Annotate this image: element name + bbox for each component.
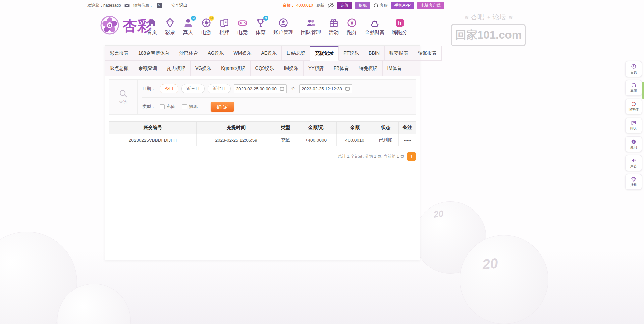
quick-today-button[interactable]: 今日 bbox=[160, 84, 178, 93]
balance-label: 余额： bbox=[283, 3, 295, 8]
col-header-id: 账变编号 bbox=[109, 122, 197, 134]
tab-vg[interactable]: VG娱乐 bbox=[191, 61, 216, 76]
service-link[interactable]: 客服 bbox=[380, 3, 388, 8]
col-header-amount: 金额/元 bbox=[295, 122, 337, 134]
eye-slash-icon[interactable] bbox=[328, 3, 334, 8]
side-item-sound[interactable]: 声音 bbox=[625, 155, 642, 171]
nav-item-sports[interactable]: N 体育 bbox=[255, 17, 266, 36]
hot-badge: H bbox=[209, 16, 214, 21]
date-from-input[interactable]: 2023-02-25 00:00:00 bbox=[234, 84, 287, 93]
tab-balance-query[interactable]: 余额查询 bbox=[133, 61, 162, 76]
tab-188-sport[interactable]: 188金宝博体育 bbox=[133, 46, 174, 61]
watermark-left: 杏吧 bbox=[471, 13, 484, 22]
confirm-button[interactable]: 确 定 bbox=[211, 102, 234, 112]
tab-transfer-report[interactable]: 转账报表 bbox=[413, 46, 442, 61]
mail-icon[interactable] bbox=[124, 3, 130, 8]
mobile-app-button[interactable]: 手机APP bbox=[391, 2, 414, 9]
edit-icon[interactable]: ✎ bbox=[157, 3, 162, 8]
reserved-info-label: 预留信息： bbox=[133, 3, 153, 8]
tab-ae[interactable]: AE娱乐 bbox=[256, 46, 282, 61]
gem-icon bbox=[631, 177, 636, 182]
recharge-button[interactable]: 充值 bbox=[337, 2, 352, 9]
quick-3days-button[interactable]: 近三日 bbox=[181, 84, 205, 93]
table-header-row: 账变编号 充提时间 类型 金额/元 余额 状态 备注 bbox=[109, 122, 416, 134]
checkbox-icon[interactable] bbox=[182, 104, 187, 109]
cell-balance: 400.0010 bbox=[337, 134, 373, 146]
balance-value: 400.0010 bbox=[296, 3, 313, 8]
tab-fb-sport[interactable]: FB体育 bbox=[329, 61, 354, 76]
nav-item-wealth[interactable]: 金鼎财富 bbox=[365, 17, 385, 36]
watermark: ≋ 杏吧 ✦ 论坛 ≋ 回家101.com bbox=[451, 13, 526, 46]
side-item-home[interactable]: 首页 bbox=[625, 61, 642, 77]
scrollbar-thumb[interactable] bbox=[642, 82, 644, 99]
nav-item-hi-paofen[interactable]: h 嗨跑分 bbox=[392, 17, 407, 36]
nav-item-boardgames[interactable]: 棋牌 bbox=[219, 17, 230, 36]
tab-im[interactable]: IM娱乐 bbox=[279, 61, 304, 76]
tab-row-filler bbox=[407, 61, 420, 76]
cell-time: 2023-02-25 12:06:59 bbox=[196, 134, 276, 146]
tab-yy-board[interactable]: YY棋牌 bbox=[304, 61, 329, 76]
nav-item-live[interactable]: N 真人 bbox=[183, 17, 194, 36]
nav-item-egames[interactable]: H 电游 bbox=[201, 17, 212, 36]
tab-account-change-report[interactable]: 账变报表 bbox=[385, 46, 413, 61]
watermark-right: 论坛 bbox=[493, 13, 506, 22]
nav-item-lottery[interactable]: 彩票 bbox=[165, 17, 175, 36]
nav-item-esports[interactable]: 电竞 bbox=[237, 17, 248, 36]
nav-item-home[interactable]: 首页 bbox=[147, 17, 157, 36]
withdraw-button[interactable]: 提现 bbox=[355, 2, 370, 9]
new-badge: N bbox=[191, 16, 196, 21]
cell-amount: +400.0000 bbox=[295, 134, 337, 146]
quick-7days-button[interactable]: 近七日 bbox=[208, 84, 231, 93]
topbar: 欢迎您，hadesado 预留信息： ✎ 安全退出 余额： 400.0010 刷… bbox=[0, 0, 644, 11]
tab-wali-board[interactable]: 瓦力棋牌 bbox=[162, 61, 191, 76]
col-header-type: 类型 bbox=[276, 122, 295, 134]
diamond-decoration-icon: ✦ bbox=[487, 15, 490, 20]
type-withdraw-checkbox[interactable]: 提现 bbox=[182, 104, 198, 110]
side-item-im-recharge[interactable]: IM充值 bbox=[625, 99, 642, 114]
im-recharge-icon bbox=[631, 101, 636, 107]
tab-daily-summary[interactable]: 日结总览 bbox=[282, 46, 310, 61]
question-icon: ! bbox=[631, 139, 636, 144]
pc-client-button[interactable]: 电脑客户端 bbox=[417, 2, 444, 9]
refresh-link[interactable]: 刷新 bbox=[316, 3, 324, 8]
esports-icon bbox=[237, 17, 248, 28]
page-1-button[interactable]: 1 bbox=[407, 152, 416, 161]
tab-cq9[interactable]: CQ9娱乐 bbox=[251, 61, 279, 76]
decor-number: 20 bbox=[482, 255, 499, 273]
calendar-icon[interactable] bbox=[280, 86, 284, 91]
tab-recharge-withdraw-record[interactable]: 充提记录 bbox=[310, 46, 339, 61]
svg-text:!: ! bbox=[633, 140, 634, 143]
nav-item-team[interactable]: 团队管理 bbox=[301, 17, 321, 36]
board-card-icon bbox=[219, 17, 230, 28]
tab-im-sport[interactable]: IM体育 bbox=[383, 61, 407, 76]
checkbox-icon[interactable] bbox=[160, 104, 165, 109]
tab-wm[interactable]: WM娱乐 bbox=[229, 46, 257, 61]
tab-row-1: 彩票报表 188金宝博体育 沙巴体育 AG娱乐 WM娱乐 AE娱乐 日结总览 充… bbox=[105, 46, 420, 61]
side-item-service[interactable]: 客服 bbox=[625, 80, 642, 96]
side-item-chat[interactable]: 聊天 bbox=[625, 118, 642, 133]
tab-pt[interactable]: PT娱乐 bbox=[339, 46, 364, 61]
side-menu: 首页 客服 IM充值 聊天 ! 疑问 声音 挂机 bbox=[625, 61, 642, 190]
tab-bbin[interactable]: BBIN bbox=[364, 46, 385, 61]
tab-saba-sport[interactable]: 沙巴体育 bbox=[174, 46, 203, 61]
tab-kgame[interactable]: Kgame棋牌 bbox=[216, 61, 250, 76]
side-item-hangup[interactable]: 挂机 bbox=[625, 174, 642, 190]
side-item-question[interactable]: ! 疑问 bbox=[625, 136, 642, 152]
nav-item-activity[interactable]: 活动 bbox=[328, 17, 339, 36]
tab-ag[interactable]: AG娱乐 bbox=[203, 46, 229, 61]
to-label: 至 bbox=[291, 86, 295, 92]
nav-item-account[interactable]: 账户管理 bbox=[273, 17, 293, 36]
tab-lottery-report[interactable]: 彩票报表 bbox=[105, 46, 133, 61]
logout-link[interactable]: 安全退出 bbox=[171, 3, 187, 8]
calendar-icon[interactable] bbox=[345, 86, 350, 91]
date-to-input[interactable]: 2023-02-25 12:12:38 bbox=[299, 84, 352, 93]
tab-rebate-total[interactable]: 返点总额 bbox=[105, 61, 133, 76]
search-icon bbox=[119, 89, 128, 98]
tab-temian-board[interactable]: 特免棋牌 bbox=[354, 61, 383, 76]
svg-text:G: G bbox=[108, 23, 111, 28]
brand-logo[interactable]: G 杏彩 bbox=[100, 15, 152, 36]
type-recharge-checkbox[interactable]: 充值 bbox=[160, 104, 175, 110]
date-filter-row: 日期： 今日 近三日 近七日 2023-02-25 00:00:00 至 202… bbox=[142, 84, 352, 93]
pagination: 总计 1 个记录, 分为 1 页, 当前第 1 页 1 bbox=[338, 152, 416, 161]
nav-item-paofen[interactable]: ¥ 跑分 bbox=[346, 17, 357, 36]
